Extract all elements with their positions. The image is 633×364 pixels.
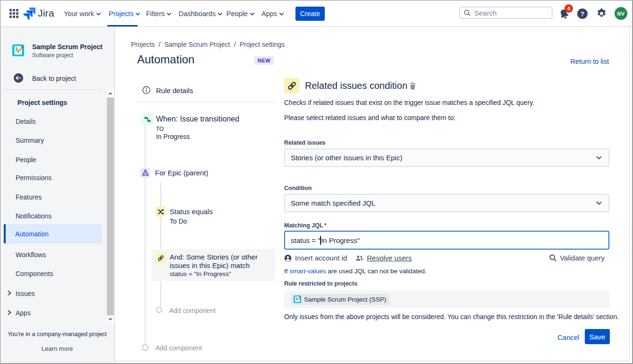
resolve-users-button[interactable]: Resolve users <box>356 254 412 262</box>
scrollbar-up-arrow[interactable] <box>106 90 114 97</box>
related-issues-select[interactable]: Stories (or other issues in this Epic) <box>284 148 609 167</box>
nav-filters[interactable]: Filters <box>146 9 171 18</box>
sidebar-item-notifications[interactable]: Notifications <box>16 212 52 220</box>
learn-more-link[interactable]: Learn more <box>0 345 114 352</box>
breadcrumb-project-settings[interactable]: Project settings <box>240 41 285 48</box>
matching-jql-input[interactable]: status = "In Progress" <box>284 231 609 250</box>
rule-step-branch[interactable]: For Epic (parent) <box>155 169 208 177</box>
nav-dashboards[interactable]: Dashboards <box>179 9 222 18</box>
project-sidebar: Sample Scrum Project Software project Ba… <box>0 27 115 363</box>
nav-item-label: People <box>226 10 248 17</box>
smart-note-prefix: If <box>284 268 289 275</box>
settings-button[interactable] <box>596 8 607 19</box>
breadcrumb-projects[interactable]: Projects <box>131 41 155 48</box>
condition-select[interactable]: Some match specified JQL <box>284 194 609 212</box>
branch-icon <box>140 168 150 178</box>
info-icon <box>142 86 150 94</box>
sidebar-item-components[interactable]: Components <box>16 270 53 277</box>
condition-icon <box>156 207 165 217</box>
sidebar-item-automation[interactable]: Automation <box>4 224 102 243</box>
sidebar-item-summary[interactable]: Summary <box>16 137 44 144</box>
sidebar-item-people[interactable]: People <box>16 156 36 164</box>
scrollbar-down-arrow[interactable] <box>106 315 114 323</box>
sidebar-item-permissions[interactable]: Permissions <box>16 174 52 182</box>
project-type: Software project <box>32 52 73 59</box>
jira-logo-icon[interactable] <box>23 8 35 22</box>
smart-values-note: If smart-values are used JQL can not be … <box>284 268 426 275</box>
back-to-project-button[interactable] <box>14 73 23 83</box>
add-component-circle-icon[interactable] <box>142 344 148 351</box>
nav-item-label: Apps <box>261 10 277 17</box>
search-input[interactable] <box>474 9 545 17</box>
add-component-circle-icon[interactable] <box>156 307 162 313</box>
chevron-right-icon <box>8 310 11 315</box>
question-mark-icon: ? <box>581 10 584 17</box>
nav-people[interactable]: People <box>226 9 254 18</box>
nav-projects[interactable]: Projects <box>109 9 140 18</box>
save-button[interactable]: Save <box>585 329 610 344</box>
smart-note-suffix: are used JQL can not be validated. <box>326 268 427 275</box>
jql-action-row: Insert account id Resolve users Validate… <box>284 254 609 263</box>
trigger-detail-to: TO <box>156 126 164 132</box>
cancel-button[interactable]: Cancel <box>557 333 580 341</box>
chevron-down-icon <box>596 201 602 205</box>
rule-details-link[interactable]: Rule details <box>156 87 193 95</box>
search-icon <box>549 254 556 261</box>
create-button[interactable]: Create <box>295 7 325 21</box>
help-button[interactable]: ? <box>577 9 588 19</box>
people-icon <box>356 255 364 261</box>
back-to-project-label[interactable]: Back to project <box>32 75 76 82</box>
project-tag-label: Sample Scrum Project (SSP) <box>304 296 386 303</box>
smart-values-link[interactable]: smart-values <box>289 268 326 275</box>
rule-chain-connector <box>145 125 146 345</box>
insert-account-id-button[interactable]: Insert account id <box>284 254 347 262</box>
user-avatar[interactable]: NV <box>615 7 627 20</box>
scrollbar-thumb[interactable] <box>107 97 114 315</box>
add-component-outer-link[interactable]: Add component <box>156 344 202 352</box>
sidebar-scrollbar[interactable] <box>106 90 114 323</box>
sidebar-item-details[interactable]: Details <box>16 118 36 125</box>
global-search[interactable] <box>459 7 553 19</box>
chevron-down-icon <box>250 13 254 16</box>
chevron-down-icon <box>136 13 140 16</box>
page-title: Automation <box>137 53 194 66</box>
nav-apps[interactable]: Apps <box>261 9 284 18</box>
sidebar-section-title: Project settings <box>17 99 67 106</box>
related-issues-label: Related issues <box>284 139 326 146</box>
rule-step-trigger[interactable]: When: Issue transitioned <box>156 115 239 123</box>
page-scrollbar-gutter <box>629 27 630 361</box>
rule-restricted-label: Rule restricted to projects <box>284 280 357 287</box>
restricted-projects-box: Sample Scrum Project (SSP) <box>284 290 609 308</box>
nav-item-label: Projects <box>109 10 133 17</box>
chevron-down-icon <box>96 13 101 16</box>
delete-component-button[interactable] <box>409 82 416 90</box>
sidebar-item-issues[interactable]: Issues <box>16 290 35 297</box>
validate-query-button[interactable]: Validate query <box>549 254 605 262</box>
breadcrumb-project-name[interactable]: Sample Scrum Project <box>164 41 230 48</box>
project-name: Sample Scrum Project <box>32 43 103 51</box>
app-switcher-icon[interactable] <box>9 9 18 18</box>
rule-step-related-condition[interactable]: And: Some Stories (or other issues in th… <box>170 253 277 270</box>
sidebar-item-workflows[interactable]: Workflows <box>16 251 46 259</box>
panel-prompt: Please select related issues and what to… <box>284 114 456 121</box>
notifications-count-badge: 4 <box>564 4 573 13</box>
trigger-icon <box>141 113 153 125</box>
matching-jql-label-text: Matching JQL <box>284 222 323 229</box>
sidebar-item-features[interactable]: Features <box>16 193 42 201</box>
rule-step-condition[interactable]: Status equals <box>170 208 213 216</box>
search-icon <box>464 9 470 16</box>
select-value: Stories (or other issues in this Epic) <box>291 154 596 162</box>
project-tag[interactable]: Sample Scrum Project (SSP) <box>291 294 390 305</box>
return-to-list-link[interactable]: Return to list <box>571 58 609 65</box>
gear-icon <box>596 8 607 19</box>
nav-item-label: Filters <box>146 10 165 17</box>
chevron-down-icon <box>218 13 222 16</box>
window-border <box>0 0 633 0</box>
nav-your-work[interactable]: Your work <box>64 9 101 18</box>
notifications-button[interactable]: 4 <box>558 6 573 21</box>
active-tab-underline <box>107 25 138 26</box>
chevron-down-icon <box>279 13 284 16</box>
chevron-right-icon <box>8 291 11 295</box>
add-component-inner-link[interactable]: Add component <box>169 307 216 314</box>
sidebar-item-apps[interactable]: Apps <box>16 309 31 317</box>
